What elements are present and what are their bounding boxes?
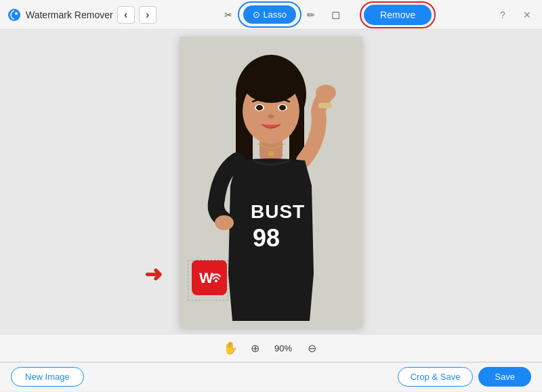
crop-save-button[interactable]: Crop & Save	[398, 367, 474, 387]
help-icon: ?	[500, 9, 505, 20]
forward-arrow-icon: ›	[146, 9, 149, 21]
footer-bar: New Image Crop & Save Save	[0, 362, 542, 391]
lasso-container: ⊙ Lasso	[243, 5, 296, 24]
title-bar-left: Watermark Remover ‹ ›	[7, 6, 157, 24]
close-button[interactable]: ✕	[519, 7, 535, 23]
lasso-label: Lasso	[263, 9, 287, 20]
zoom-toolbar: ✋ ⊕ 90% ⊖	[0, 334, 542, 362]
forward-button[interactable]: ›	[139, 6, 157, 24]
app-title: Watermark Remover	[26, 9, 113, 20]
canvas-area[interactable]: BUST 98 W	[0, 30, 542, 334]
red-arrow-indicator: ➜	[144, 261, 163, 287]
footer-left: New Image	[11, 367, 84, 387]
remove-btn-container: Remove	[364, 5, 432, 25]
app-logo-icon	[7, 7, 22, 22]
svg-rect-15	[318, 103, 332, 108]
svg-point-22	[215, 280, 217, 282]
lasso-tool-button[interactable]: ⊙ Lasso	[243, 5, 296, 24]
help-button[interactable]: ?	[495, 7, 511, 23]
remove-button[interactable]: Remove	[364, 5, 432, 25]
weibo-logo-icon: W	[196, 264, 223, 291]
new-image-button[interactable]: New Image	[11, 367, 84, 387]
svg-point-13	[268, 114, 274, 118]
pencil-icon: ✏	[307, 9, 315, 20]
photo-container: BUST 98 W	[180, 37, 362, 328]
svg-text:W: W	[199, 269, 213, 286]
zoom-in-icon: ⊕	[251, 342, 259, 355]
zoom-level: 90%	[271, 343, 295, 353]
svg-text:BUST: BUST	[251, 201, 305, 222]
title-bar-right: ? ✕	[495, 7, 535, 23]
save-button[interactable]: Save	[478, 367, 531, 387]
svg-point-1	[15, 12, 18, 15]
back-arrow-icon: ‹	[124, 9, 127, 21]
title-bar: Watermark Remover ‹ › ✂ ⊙ Lasso ✏ ◻	[0, 0, 542, 30]
pencil-tool-button[interactable]: ✏	[301, 5, 320, 24]
watermark-element: W	[192, 260, 227, 295]
svg-text:98: 98	[253, 224, 280, 252]
footer-right: Crop & Save Save	[398, 367, 531, 387]
zoom-in-button[interactable]: ⊕	[247, 340, 263, 356]
scissors-icon: ✂	[224, 9, 232, 20]
hand-icon: ✋	[223, 341, 238, 355]
zoom-out-button[interactable]: ⊖	[304, 340, 320, 356]
zoom-out-icon: ⊖	[308, 342, 316, 355]
svg-point-10	[256, 105, 263, 110]
svg-point-19	[215, 215, 234, 230]
svg-point-8	[243, 62, 299, 103]
eraser-icon: ◻	[331, 8, 340, 21]
svg-point-18	[268, 151, 274, 156]
scissors-tool-button[interactable]: ✂	[219, 5, 238, 24]
close-icon: ✕	[523, 9, 531, 20]
svg-point-14	[316, 85, 336, 101]
toolbar-center: ✂ ⊙ Lasso ✏ ◻ Remove	[157, 5, 495, 25]
svg-point-12	[279, 105, 286, 110]
eraser-tool-button[interactable]: ◻	[326, 5, 345, 24]
pan-tool-button[interactable]: ✋	[222, 340, 238, 356]
back-button[interactable]: ‹	[117, 6, 135, 24]
lasso-icon: ⊙	[253, 9, 260, 20]
